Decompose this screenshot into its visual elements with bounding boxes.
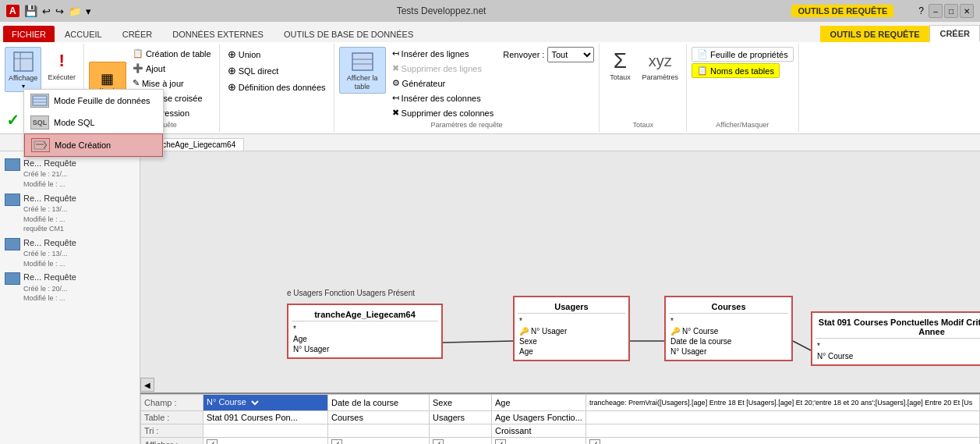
creation-table-btn[interactable]: 📋 Création de table xyxy=(129,47,214,60)
union-group: ⊕ Union ⊕ SQL direct ⊕ Définition des do… xyxy=(225,47,329,94)
window-title: Tests Developpez.net xyxy=(96,5,787,16)
affichage-btn[interactable]: Affichage ▾ xyxy=(5,47,41,92)
def-donnees-icon: ⊕ xyxy=(228,81,236,93)
canvas-area: trancheAge_Liegecam64 * Age N° Usager e … xyxy=(140,151,980,444)
checkbox[interactable]: ✓ xyxy=(589,439,600,444)
tab-creer-active[interactable]: CRÉER xyxy=(929,25,980,42)
renvoyer-group: Renvoyer : Tout 1 5 10 xyxy=(500,47,594,64)
definition-donnees-btn[interactable]: ⊕ Définition des données xyxy=(225,80,329,94)
list-item[interactable]: Re... Requête Créé le : 13/...Modifié le… xyxy=(0,236,140,271)
checkbox[interactable]: ✓ xyxy=(433,439,444,444)
renvoyer-select[interactable]: Tout 1 5 10 xyxy=(547,47,594,62)
sql-direct-btn[interactable]: ⊕ SQL direct xyxy=(225,63,329,78)
scroll-left-btn[interactable]: ◀ xyxy=(140,378,154,392)
close-btn[interactable]: ✕ xyxy=(960,4,974,18)
grid-cell[interactable]: ✓ xyxy=(328,438,430,445)
totaux-group-label: Totaux xyxy=(632,119,653,129)
mise-a-jour-btn[interactable]: ✎ Mise à jour xyxy=(129,76,214,90)
list-item[interactable]: Re... Requête Créé le : 21/...Modifié le… xyxy=(0,156,140,191)
list-item[interactable]: Re... Requête Créé le : 13/...Modifié le… xyxy=(0,191,140,236)
tab-outils-bdd[interactable]: OUTILS DE BASE DE DONNÉES xyxy=(274,26,423,42)
selection-icon: ▦ xyxy=(101,70,114,87)
feuille-prop-btn[interactable]: 📄 Feuille de propriétés xyxy=(692,47,794,62)
grid-cell[interactable]: Courses xyxy=(328,411,430,424)
table-field: Age xyxy=(518,346,625,357)
table-courses[interactable]: Courses * 🔑 N° Course Date de la course … xyxy=(664,296,793,361)
grid-cell[interactable]: Age xyxy=(492,395,586,411)
grid-cell[interactable] xyxy=(586,424,979,438)
table-usagers[interactable]: Usagers * 🔑 N° Usager Sexe Age xyxy=(513,296,630,361)
redo-icon[interactable]: ↪ xyxy=(55,5,64,17)
afficher-table-btn[interactable]: Afficher la table xyxy=(339,47,386,94)
maximize-btn[interactable]: □ xyxy=(944,4,958,18)
feuille-prop-icon: 📄 xyxy=(697,49,708,59)
grid-cell[interactable] xyxy=(203,424,328,438)
mode-creation-item[interactable]: Mode Création xyxy=(24,133,163,157)
grid-cell[interactable]: ✓ xyxy=(203,438,328,445)
grid-cell[interactable]: Date de la course xyxy=(328,395,430,411)
undo-icon[interactable]: ↩ xyxy=(42,5,51,17)
afficher-table-label: Afficher la table xyxy=(343,74,382,91)
creation-pencil-icon xyxy=(31,138,50,152)
group-union: ⊕ Union ⊕ SQL direct ⊕ Définition des do… xyxy=(220,44,334,132)
table-field: * xyxy=(518,316,625,326)
nav-item-icon xyxy=(5,272,20,285)
checkbox[interactable]: ✓ xyxy=(495,439,506,444)
grid-cell[interactable]: N° Course N° Course xyxy=(203,395,328,411)
grid-row-tri: Tri : Croissant xyxy=(141,424,980,438)
save-icon[interactable]: 💾 xyxy=(24,5,37,17)
totaux-btn[interactable]: Σ Totaux xyxy=(604,47,635,83)
mode-creation-label: Mode Création xyxy=(55,140,111,150)
parametres-btn[interactable]: xyz Paramètres xyxy=(639,47,681,83)
table-trancheage[interactable]: trancheAge_Liegecam64 * Age N° Usager xyxy=(287,304,443,359)
table-field: * xyxy=(669,316,788,326)
mode-feuille-donnees-item[interactable]: Mode Feuille de données xyxy=(24,90,163,112)
affichage-label: Affichage xyxy=(9,74,37,83)
tab-creer[interactable]: CRÉER xyxy=(112,26,163,42)
tab-accueil[interactable]: ACCUEIL xyxy=(55,26,112,42)
table-field: N° Usager xyxy=(292,344,438,354)
inserer-colonnes-btn[interactable]: ↤ Insérer des colonnes xyxy=(389,91,497,105)
row-label-champ: Champ : xyxy=(141,395,203,411)
grid-cell[interactable] xyxy=(328,424,430,438)
ajout-btn[interactable]: ➕ Ajout xyxy=(129,62,214,75)
title-bar: A 💾 ↩ ↪ 📁 ▾ Tests Developpez.net OUTILS … xyxy=(0,0,980,22)
grid-cell[interactable]: Usagers xyxy=(430,411,492,424)
generateur-btn[interactable]: ⚙ Générateur xyxy=(389,76,497,90)
renvoyer-label: Renvoyer : xyxy=(503,50,544,59)
help-btn[interactable]: ? xyxy=(918,5,924,16)
inserer-lignes-btn[interactable]: ↤ Insérer des lignes xyxy=(389,47,497,60)
generateur-icon: ⚙ xyxy=(392,78,400,88)
tab-donnees-externes[interactable]: DONNÉES EXTERNES xyxy=(162,26,274,42)
grid-cell[interactable] xyxy=(586,411,979,424)
grid-cell[interactable]: ✓ xyxy=(492,438,586,445)
grid-cell[interactable]: Sexe xyxy=(430,395,492,411)
tab-outils-requete[interactable]: OUTILS DE REQUÊTE xyxy=(820,26,930,42)
champ-dropdown[interactable]: N° Course xyxy=(249,396,261,409)
grid-cell[interactable]: ✓ xyxy=(586,438,979,445)
grid-cell[interactable]: trancheage: PremVrai([Usagers].[age] Ent… xyxy=(586,395,979,411)
supprimer-colonnes-btn[interactable]: ✖ Supprimer des colonnes xyxy=(389,106,497,119)
tools-label: OUTILS DE REQUÊTE xyxy=(791,5,893,17)
supprimer-colonnes-icon: ✖ xyxy=(392,108,399,118)
executer-btn[interactable]: ! Exécuter xyxy=(44,47,79,83)
grid-cell[interactable]: ✓ xyxy=(430,438,492,445)
list-item[interactable]: Re... Requête Créé le : 20/...Modifié le… xyxy=(0,270,140,305)
table-stat091[interactable]: Stat 091 Courses Ponctuelles Modif Crite… xyxy=(811,311,980,366)
grid-cell[interactable]: Croissant xyxy=(492,424,586,438)
grid-cell[interactable]: Stat 091 Courses Pon... xyxy=(203,411,328,424)
union-btn[interactable]: ⊕ Union xyxy=(225,47,329,62)
checkbox[interactable]: ✓ xyxy=(207,439,218,444)
tab-fichier[interactable]: FICHIER xyxy=(3,26,55,42)
noms-tables-btn[interactable]: 📋 Noms des tables xyxy=(692,63,780,78)
grid-cell[interactable]: Age Usagers Fonctio... xyxy=(492,411,586,424)
mode-sql-item[interactable]: SQL Mode SQL xyxy=(24,112,163,133)
checkbox[interactable]: ✓ xyxy=(331,439,342,444)
table-field: Date de la course xyxy=(669,336,788,346)
minimize-btn[interactable]: – xyxy=(929,4,943,18)
table-field: Sexe xyxy=(518,336,625,346)
grid-cell[interactable] xyxy=(430,424,492,438)
folder-icon[interactable]: 📁 xyxy=(69,5,81,17)
left-nav: Re... Requête Créé le : 21/...Modifié le… xyxy=(0,151,140,444)
supprimer-lignes-btn[interactable]: ✖ Supprimer des lignes xyxy=(389,62,497,75)
